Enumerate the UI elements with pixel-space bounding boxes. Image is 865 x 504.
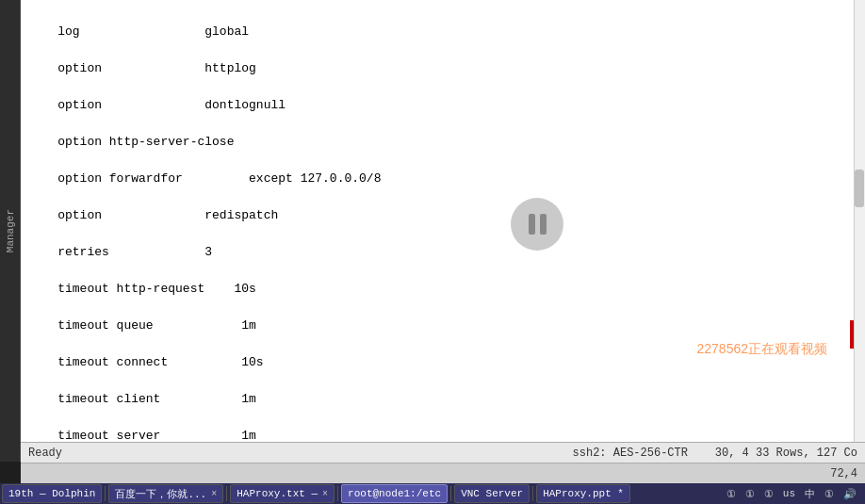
taskbar-item-vnc[interactable]: VNC Server	[454, 484, 530, 503]
taskbar-item-dolphin-label: 19th — Dolphin	[8, 488, 95, 499]
taskbar-item-haproxy-txt-label: HAProxy.txt —	[237, 488, 318, 499]
editor-content: log global option httplog option dontlog…	[21, 0, 865, 462]
line-11: timeout client 1m	[28, 390, 857, 409]
taskbar-sep-1	[105, 486, 106, 501]
line-3: option dontlognull	[28, 96, 857, 115]
taskbar-sep-2	[226, 486, 227, 501]
pause-icon	[529, 214, 547, 235]
sidebar-label: Manager	[5, 209, 16, 252]
taskbar-item-haproxy-txt-close[interactable]: ×	[322, 489, 328, 499]
tray-icon-1[interactable]: ①	[724, 488, 739, 500]
scrollbar-thumb[interactable]	[855, 170, 864, 207]
taskbar-sep-4	[450, 486, 451, 501]
line-10: timeout connect 10s	[28, 353, 857, 372]
cursor-position: 72,4	[830, 467, 857, 480]
editor-area[interactable]: log global option httplog option dontlog…	[21, 0, 865, 462]
taskbar-item-baidu[interactable]: 百度一下，你就... ×	[108, 484, 223, 503]
vim-mode-bar: Ready ssh2: AES-256-CTR 30, 4 33 Rows, 1…	[21, 442, 865, 463]
tray-icon-4[interactable]: ①	[822, 488, 837, 500]
taskbar-item-vnc-label: VNC Server	[461, 488, 523, 499]
line-7: retries 3	[28, 243, 857, 262]
taskbar-sep-3	[337, 486, 338, 501]
line-5: option forwardfor except 127.0.0.0/8	[28, 170, 857, 188]
cursor-status-bar: 72,4	[21, 463, 865, 483]
taskbar-sep-5	[532, 486, 533, 501]
taskbar-item-root-label: root@node1:/etc	[348, 488, 441, 499]
tray-lang-zh[interactable]: 中	[802, 487, 818, 501]
taskbar-item-root[interactable]: root@node1:/etc	[341, 484, 448, 503]
taskbar-item-baidu-label: 百度一下，你就...	[115, 487, 206, 501]
taskbar-item-haproxy-txt[interactable]: HAProxy.txt — ×	[230, 484, 335, 503]
system-tray: ① ① ① us 中 ① 🔊	[724, 487, 863, 501]
taskbar-item-haproxy-ppt[interactable]: HAProxy.ppt *	[536, 484, 630, 503]
ssh-info: ssh2: AES-256-CTR 30, 4 33 Rows, 127 Co	[573, 447, 857, 460]
taskbar: 19th — Dolphin 百度一下，你就... × HAProxy.txt …	[0, 483, 865, 504]
tray-icon-5[interactable]: 🔊	[841, 488, 859, 500]
tray-lang-us[interactable]: us	[780, 488, 798, 499]
line-4: option http-server-close	[28, 133, 857, 152]
pause-button[interactable]	[511, 198, 563, 251]
line-2: option httplog	[28, 59, 857, 78]
line-6: option redispatch	[28, 206, 857, 225]
taskbar-item-haproxy-ppt-label: HAProxy.ppt *	[543, 488, 624, 499]
pause-bar-right	[540, 214, 547, 235]
vim-mode-label: Ready	[28, 447, 573, 460]
left-sidebar: Manager	[0, 0, 21, 462]
red-marker	[850, 320, 854, 349]
tray-icon-3[interactable]: ①	[761, 488, 776, 500]
line-1: log global	[28, 23, 857, 41]
pause-bar-left	[529, 214, 535, 235]
line-9: timeout queue 1m	[28, 317, 857, 335]
line-8: timeout http-request 10s	[28, 280, 857, 299]
scrollbar[interactable]	[854, 0, 865, 462]
tray-icon-2[interactable]: ①	[743, 488, 758, 500]
taskbar-item-dolphin[interactable]: 19th — Dolphin	[2, 484, 102, 503]
taskbar-item-baidu-close[interactable]: ×	[211, 489, 217, 499]
